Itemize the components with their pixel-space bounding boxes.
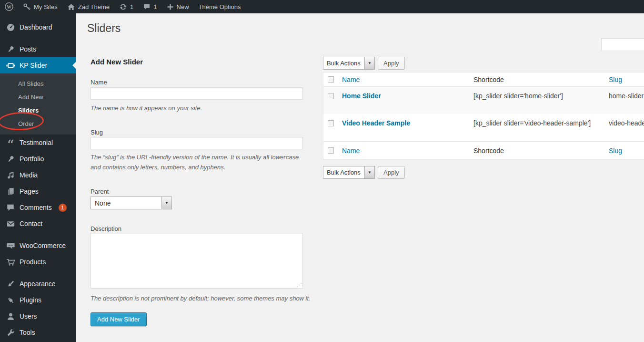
sidebar-item-label: Dashboard: [20, 23, 52, 31]
parent-select[interactable]: None ▼: [91, 197, 172, 209]
bulk-actions-select[interactable]: Bulk Actions ▼: [323, 57, 375, 70]
sidebar-item-users[interactable]: Users: [0, 308, 76, 324]
column-header-slug[interactable]: Slug: [609, 76, 644, 83]
sidebar-item-contact[interactable]: Contact: [0, 216, 76, 232]
sidebar-item-label: Testimonial: [20, 139, 53, 146]
wordpress-logo-icon: W: [4, 2, 14, 11]
sidebar-item-products[interactable]: Products: [0, 254, 76, 270]
woocommerce-icon: woo: [6, 241, 15, 250]
slug-label: Slug: [91, 129, 103, 136]
sidebar-item-plugins[interactable]: Plugins: [0, 292, 76, 308]
sidebar-item-posts[interactable]: Posts: [0, 41, 76, 57]
kp-slider-submenu: All Slides Add New Sliders Order: [0, 73, 76, 135]
row-shortcode: [kp_slider slider='video-header-sample']: [473, 119, 609, 127]
comments-menu[interactable]: 1: [138, 0, 161, 13]
apply-button[interactable]: Apply: [378, 57, 405, 70]
row-checkbox[interactable]: [328, 120, 334, 126]
envelope-icon: [6, 219, 15, 228]
svg-text:woo: woo: [8, 244, 13, 247]
updates-menu[interactable]: 1: [114, 0, 138, 13]
sidebar-item-label: Comments: [20, 204, 52, 211]
submenu-item-order[interactable]: Order: [0, 117, 76, 130]
quotes-icon: “: [6, 138, 15, 147]
sidebar-item-label: Tools: [20, 329, 35, 336]
sidebar-item-label: KP Slider: [20, 62, 47, 69]
column-header-name[interactable]: Name: [342, 76, 473, 83]
comment-bubble-icon: [6, 203, 15, 212]
table-row: Video Header Sample [kp_slider slider='v…: [323, 114, 644, 141]
wrench-icon: [6, 328, 15, 337]
sidebar-item-label: Pages: [20, 187, 39, 195]
bulk-actions-value: Bulk Actions: [323, 57, 364, 69]
pushpin-icon: [6, 154, 15, 164]
user-icon: [6, 311, 15, 321]
name-help-text: The name is how it appears on your site.: [91, 104, 202, 114]
sidebar-item-label: Appearance: [20, 280, 56, 288]
sidebar-item-testimonial[interactable]: “ Testimonial: [0, 135, 76, 151]
sidebar-item-media[interactable]: Media: [0, 167, 76, 183]
theme-options-label: Theme Options: [199, 3, 241, 10]
admin-bar: W My Sites Zad Theme 1 1: [0, 0, 644, 13]
submenu-item-all-slides[interactable]: All Slides: [0, 77, 76, 90]
sidebar-item-comments[interactable]: Comments 1: [0, 199, 76, 216]
chevron-down-icon: ▼: [161, 197, 171, 209]
slug-field[interactable]: [91, 137, 303, 149]
apply-button[interactable]: Apply: [378, 166, 405, 179]
submenu-item-sliders[interactable]: Sliders: [0, 104, 76, 117]
media-notes-icon: [6, 170, 15, 180]
submenu-item-add-new[interactable]: Add New: [0, 90, 76, 104]
table-row: Home Slider [kp_slider slider='home-slid…: [323, 87, 644, 114]
bulk-actions-select[interactable]: Bulk Actions ▼: [323, 166, 375, 179]
row-slug: video-header-sample: [609, 119, 644, 127]
bulk-actions-bar-bottom: Bulk Actions ▼ Apply: [323, 166, 405, 179]
theme-options-menu[interactable]: Theme Options: [194, 0, 246, 13]
name-field[interactable]: [91, 87, 303, 100]
pushpin-icon: [6, 44, 15, 54]
new-content-menu[interactable]: New: [162, 0, 194, 13]
row-name-link[interactable]: Home Slider: [342, 92, 473, 100]
sidebar-item-label: Media: [20, 171, 38, 179]
site-name-label: Zad Theme: [78, 3, 110, 10]
select-all-checkbox[interactable]: [328, 76, 334, 83]
parent-label: Parent: [91, 188, 109, 195]
parent-select-value: None: [91, 197, 114, 209]
sidebar-item-dashboard[interactable]: Dashboard: [0, 19, 76, 35]
sidebar-item-pages[interactable]: Pages: [0, 183, 76, 199]
comment-count: 1: [153, 3, 157, 10]
row-slug: home-slider: [609, 92, 644, 100]
sidebar-item-woocommerce[interactable]: woo WooCommerce: [0, 238, 76, 254]
brush-icon: [6, 279, 15, 289]
sidebar-item-tools[interactable]: Tools: [0, 324, 76, 341]
my-sites-menu[interactable]: My Sites: [18, 0, 62, 13]
update-count: 1: [130, 3, 133, 10]
select-all-checkbox[interactable]: [328, 147, 334, 154]
sidebar-item-label: Portfolio: [20, 155, 44, 163]
slider-icon: [6, 61, 15, 70]
update-icon: [119, 3, 127, 11]
column-footer-slug[interactable]: Slug: [609, 147, 644, 155]
search-input[interactable]: [601, 38, 644, 51]
column-footer-name[interactable]: Name: [342, 147, 473, 155]
description-textarea[interactable]: ⋰: [91, 233, 303, 289]
row-name-link[interactable]: Video Header Sample: [342, 119, 473, 127]
bulk-actions-value: Bulk Actions: [323, 166, 364, 178]
key-icon: [23, 3, 31, 11]
comment-bubble-icon: [143, 3, 151, 10]
sidebar-item-kp-slider[interactable]: KP Slider: [0, 57, 76, 73]
bulk-actions-bar-top: Bulk Actions ▼ Apply: [323, 57, 405, 70]
page-title: Sliders: [87, 22, 121, 35]
wordpress-logo-menu[interactable]: W: [0, 0, 18, 13]
site-name-menu[interactable]: Zad Theme: [62, 0, 114, 13]
resize-grip-icon[interactable]: ⋰: [297, 282, 302, 288]
column-footer-shortcode: Shortcode: [473, 147, 609, 155]
sidebar-item-label: Products: [20, 258, 46, 266]
table-header-row: Name Shortcode Slug: [323, 73, 644, 87]
pages-icon: [6, 187, 15, 196]
row-checkbox[interactable]: [328, 93, 334, 99]
active-menu-arrow: [72, 62, 76, 69]
add-new-slider-button[interactable]: Add New Slider: [91, 312, 147, 326]
sidebar-item-appearance[interactable]: Appearance: [0, 276, 76, 292]
wordpress-admin-screen: W My Sites Zad Theme 1 1: [0, 0, 644, 342]
chevron-down-icon: ▼: [364, 57, 374, 69]
sidebar-item-label: Users: [20, 312, 37, 320]
